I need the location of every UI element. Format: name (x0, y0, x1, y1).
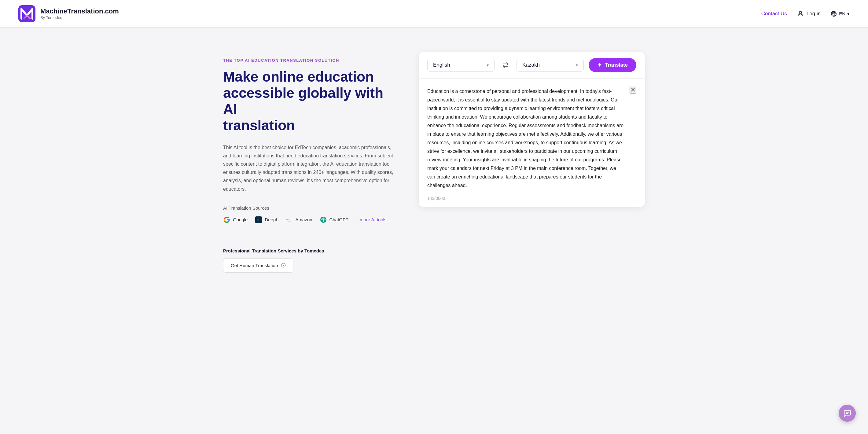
target-chevron-icon: ▾ (576, 63, 578, 67)
more-tools-link[interactable]: + more AI tools (356, 217, 386, 222)
deepl-label: DeepL (265, 217, 278, 222)
swap-icon (501, 61, 510, 69)
brand-name: MachineTranslation.com (40, 7, 119, 15)
contact-link[interactable]: Contact Us (761, 11, 787, 17)
user-icon (797, 10, 804, 18)
char-count: 142/3000 (427, 196, 636, 201)
translator-header: English ▾ Kazakh ▾ ✦ Translate (419, 52, 645, 79)
ai-source-google[interactable]: Google (223, 216, 248, 223)
brand-area: MachineTranslation.com By Tomedes (18, 5, 119, 22)
translate-star-icon: ✦ (597, 62, 602, 68)
hero-description: This AI tool is the best choice for EdTe… (223, 143, 400, 193)
language-selector[interactable]: EN ▾ (830, 10, 850, 17)
left-panel: THE TOP AI EDUCATION TRANSLATION SOLUTIO… (223, 52, 400, 273)
chat-fab-button[interactable] (839, 405, 856, 422)
login-button[interactable]: Log in (797, 10, 820, 18)
close-button[interactable]: ✕ (630, 86, 636, 94)
header-nav: Contact Us Log in EN ▾ (761, 10, 850, 18)
globe-icon (830, 10, 837, 17)
section-divider (223, 239, 400, 239)
target-language-select[interactable]: Kazakh ▾ (517, 59, 584, 71)
svg-text:DL: DL (257, 219, 260, 221)
ai-sources-label: AI Translation Sources (223, 206, 400, 211)
chat-fab-icon (843, 409, 851, 417)
ai-source-deepl[interactable]: DL DeepL (255, 216, 278, 223)
main-heading: Make online education accessible globall… (223, 69, 400, 133)
ai-source-chatgpt[interactable]: ChatGPT (320, 216, 349, 223)
human-translation-button[interactable]: Get Human Translation i (223, 258, 293, 273)
svg-text:aws: aws (286, 219, 289, 220)
ai-sources-list: Google DL DeepL aws (223, 216, 400, 223)
amazon-label: Amazon (296, 217, 312, 222)
translator-body: ✕ Education is a cornerstone of personal… (419, 79, 645, 207)
translate-button[interactable]: ✦ Translate (589, 58, 636, 72)
aws-icon: aws (286, 216, 293, 223)
svg-point-7 (322, 219, 324, 221)
translation-input-text[interactable]: Education is a cornerstone of personal a… (427, 87, 636, 190)
translator-card: English ▾ Kazakh ▾ ✦ Translate (419, 52, 645, 207)
chevron-icon: ▾ (847, 11, 850, 17)
chatgpt-label: ChatGPT (330, 217, 349, 222)
main-content: THE TOP AI EDUCATION TRANSLATION SOLUTIO… (205, 28, 663, 291)
brand-text: MachineTranslation.com By Tomedes (40, 7, 119, 20)
header: MachineTranslation.com By Tomedes Contac… (0, 0, 868, 28)
google-label: Google (233, 217, 248, 222)
swap-languages-button[interactable] (499, 59, 512, 71)
svg-point-1 (799, 11, 802, 14)
source-language-select[interactable]: English ▾ (427, 59, 495, 71)
logo-icon (18, 5, 35, 22)
top-label: THE TOP AI EDUCATION TRANSLATION SOLUTIO… (223, 58, 400, 63)
ai-source-amazon[interactable]: aws Amazon (286, 216, 312, 223)
info-icon: i (281, 263, 286, 268)
source-chevron-icon: ▾ (487, 63, 489, 67)
professional-label: Professional Translation Services by Tom… (223, 248, 400, 253)
right-panel: English ▾ Kazakh ▾ ✦ Translate (419, 52, 645, 273)
svg-text:i: i (283, 264, 284, 267)
google-icon (223, 216, 230, 223)
chatgpt-icon (320, 216, 327, 223)
lang-label: EN (839, 11, 845, 16)
deepl-icon: DL (255, 216, 262, 223)
brand-sub: By Tomedes (40, 15, 119, 20)
